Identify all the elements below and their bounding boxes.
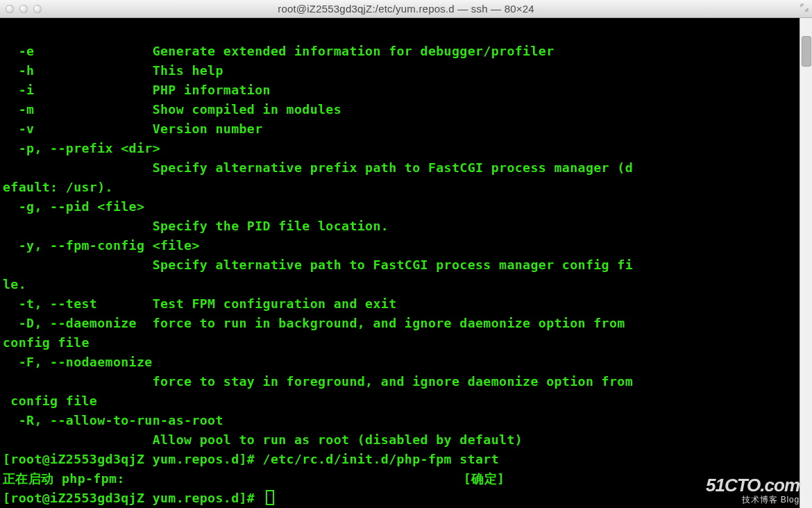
window-titlebar: root@iZ2553gd3qjZ:/etc/yum.repos.d — ssh… — [0, 0, 812, 18]
status-line: 正在启动 php-fpm: [确定] — [3, 469, 809, 489]
command-line-2: [root@iZ2553gd3qjZ yum.repos.d]# — [3, 489, 809, 508]
terminal-line: -y, --fpm-config <file> — [3, 236, 809, 255]
terminal-line: -R, --allow-to-run-as-root — [3, 411, 809, 430]
terminal-line: -F, --nodaemonize — [3, 353, 809, 372]
status-right: [确定] — [464, 471, 505, 486]
terminal-line: Specify the PID file location. — [3, 217, 809, 236]
terminal-line: -D, --daemonize force to run in backgrou… — [3, 314, 809, 333]
terminal-line: -i PHP information — [3, 81, 809, 100]
terminal-line: -m Show compiled in modules — [3, 100, 809, 119]
terminal-line: force to stay in foreground, and ignore … — [3, 372, 809, 391]
cursor — [266, 490, 274, 505]
terminal-line: config file — [3, 391, 809, 411]
terminal-line: -v Version number — [3, 119, 809, 139]
prompt-2: [root@iZ2553gd3qjZ yum.repos.d]# — [3, 491, 263, 505]
terminal-line: le. — [3, 275, 809, 294]
scrollbar[interactable] — [800, 18, 812, 508]
watermark: 51CTO.com 技术博客 Blog — [706, 476, 800, 504]
terminal-line: config file — [3, 333, 809, 353]
prompt-1: [root@iZ2553gd3qjZ yum.repos.d]# — [3, 452, 263, 466]
terminal-line: Specify alternative prefix path to FastC… — [3, 158, 809, 178]
zoom-button[interactable] — [33, 5, 42, 13]
terminal-line: -e Generate extended information for deb… — [3, 42, 809, 61]
status-left: 正在启动 php-fpm: — [3, 471, 125, 486]
terminal-line: Specify alternative path to FastCGI proc… — [3, 255, 809, 275]
terminal-line: Allow pool to run as root (disabled by d… — [3, 430, 809, 450]
traffic-lights — [6, 5, 42, 13]
terminal-line: -g, --pid <file> — [3, 197, 809, 217]
command-1: /etc/rc.d/init.d/php-fpm start — [263, 452, 500, 466]
watermark-logo: 51CTO.com — [706, 476, 800, 494]
scroll-thumb[interactable] — [802, 36, 811, 67]
terminal-line: efault: /usr). — [3, 178, 809, 197]
terminal-line: -p, --prefix <dir> — [3, 139, 809, 158]
watermark-sub: 技术博客 Blog — [706, 496, 800, 504]
close-button[interactable] — [6, 5, 14, 13]
maximize-icon[interactable] — [800, 3, 809, 12]
window-title: root@iZ2553gd3qjZ:/etc/yum.repos.d — ssh… — [278, 3, 534, 15]
terminal-output[interactable]: -e Generate extended information for deb… — [0, 18, 812, 508]
command-line-1: [root@iZ2553gd3qjZ yum.repos.d]# /etc/rc… — [3, 450, 809, 469]
terminal-line: -h This help — [3, 61, 809, 81]
minimize-button[interactable] — [19, 5, 28, 13]
terminal-line: -t, --test Test FPM configuration and ex… — [3, 294, 809, 314]
